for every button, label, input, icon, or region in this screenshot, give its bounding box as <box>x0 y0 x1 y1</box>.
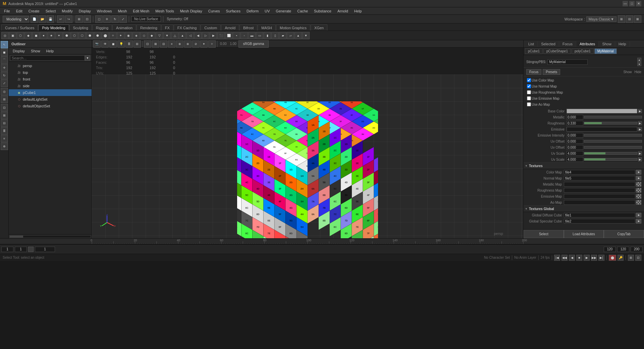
vp-btn-i[interactable]: ✧ <box>208 40 216 48</box>
tool-icon-30[interactable]: ▪ <box>233 32 240 39</box>
vp-btn-g[interactable]: ⊘ <box>192 40 200 48</box>
tool-icon-31[interactable]: ▫ <box>240 32 248 39</box>
tool-btn-b[interactable]: ⊠ <box>1 112 8 119</box>
tool-icon-5[interactable]: ● <box>40 32 47 39</box>
tool-icon-16[interactable]: ◉ <box>125 32 132 39</box>
viewport-canvas[interactable]: X Y Z persp <box>92 74 523 238</box>
tool-icon-20[interactable]: ▽ <box>156 32 163 39</box>
tool-icon-25[interactable]: ◀ <box>194 32 202 39</box>
frame-start-input[interactable] <box>1 247 13 252</box>
menu-item-deform[interactable]: Deform <box>244 8 261 14</box>
uv-offset2-slider[interactable] <box>584 146 642 149</box>
use-emissive-map-checkbox[interactable] <box>527 96 531 100</box>
lasso-tool[interactable]: ⌒ <box>1 56 8 64</box>
shelf-tab-arnold[interactable]: Arnold <box>221 24 239 31</box>
workspace-value[interactable]: Maya Classic▼ <box>586 16 616 22</box>
global-diffuse-input[interactable] <box>564 213 635 217</box>
frame-color-swatch[interactable] <box>28 247 34 252</box>
frame-val1[interactable] <box>35 247 55 252</box>
hscroll-track[interactable] <box>9 235 91 238</box>
tool-btn-c[interactable]: ⊟ <box>1 119 8 127</box>
ws-btn2[interactable]: ⊟ <box>626 15 633 23</box>
tool-icon-34[interactable]: ▮ <box>264 32 271 39</box>
copy-tab-button[interactable]: CopyTab <box>604 230 644 238</box>
workspace-dropdown[interactable]: Modeling <box>3 16 29 22</box>
vp-btn-h[interactable]: ✦ <box>200 40 208 48</box>
tb-rotate[interactable]: ↻ <box>111 15 119 23</box>
stingray-arrow-down[interactable]: ▼ <box>637 62 641 66</box>
tool-btn-d[interactable]: ≣ <box>1 127 8 135</box>
roughness-map-input[interactable] <box>564 188 635 193</box>
shelf-tab-fx-caching[interactable]: FX Caching <box>174 24 200 31</box>
tool-icon-33[interactable]: ▭ <box>256 32 263 39</box>
normal-map-input[interactable] <box>564 176 635 181</box>
tool-icon-1[interactable]: ▣ <box>9 32 16 39</box>
tool-icon-8[interactable]: ⬟ <box>63 32 70 39</box>
playback-btn-start[interactable]: |◀ <box>554 255 560 261</box>
focus-button[interactable]: Focus <box>526 69 541 75</box>
menu-item-mesh-display[interactable]: Mesh Display <box>177 8 205 14</box>
tool-icon-3[interactable]: ◆ <box>24 32 32 39</box>
tb-move[interactable]: ✛ <box>103 15 111 23</box>
emissive-intensity-slider[interactable] <box>584 134 642 137</box>
color-map-input[interactable] <box>564 170 635 174</box>
tb-redo[interactable]: ↪ <box>65 15 72 23</box>
shelf-tab-sculpting[interactable]: Sculpting <box>69 24 92 31</box>
base-color-swatch[interactable] <box>567 109 637 113</box>
menu-item-select[interactable]: Select <box>43 8 59 14</box>
menu-item-surfaces[interactable]: Surfaces <box>223 8 243 14</box>
frame-end-val2[interactable] <box>617 247 629 252</box>
load-attributes-button[interactable]: Load Attributes <box>564 230 604 238</box>
vp-btn-show[interactable]: ≣ <box>125 40 133 48</box>
global-diffuse-btn[interactable]: ▶ <box>636 213 641 217</box>
tool-icon-32[interactable]: ▬ <box>248 32 256 39</box>
vp-btn-c[interactable]: ⊟ <box>160 40 167 48</box>
tab-selected[interactable]: Selected <box>538 41 559 47</box>
menu-item-edit[interactable]: Edit <box>13 8 25 14</box>
vp-btn-shading[interactable]: ◼ <box>109 40 117 48</box>
frame-end-val[interactable] <box>604 247 616 252</box>
tool-icon-23[interactable]: ▲ <box>179 32 186 39</box>
roughness-input[interactable] <box>567 121 583 126</box>
uv-scale1-expand[interactable]: ▶ <box>638 151 642 155</box>
roughness-slider[interactable] <box>584 122 637 124</box>
node-tab-pcubeshape1[interactable]: pCubeShape1 <box>543 48 571 54</box>
ao-map-input[interactable] <box>564 200 635 205</box>
uv-offset1-slider[interactable] <box>584 140 642 143</box>
base-color-expand[interactable]: ▶ <box>638 109 642 113</box>
vp-btn-f[interactable]: ⊗ <box>184 40 192 48</box>
menu-item-edit-mesh[interactable]: Edit Mesh <box>130 8 152 14</box>
tab-show[interactable]: Show <box>599 41 615 47</box>
outliner-item-top[interactable]: 🎥 top <box>9 69 92 76</box>
emissive-expand[interactable]: ▶ <box>638 127 642 131</box>
tool-icon-27[interactable]: ▶ <box>210 32 217 39</box>
normal-map-btn[interactable]: ▶ <box>636 176 641 181</box>
uv-offset2-input[interactable] <box>567 145 583 150</box>
menu-item-mesh[interactable]: Mesh <box>115 8 129 14</box>
metallic-input[interactable] <box>567 115 583 119</box>
vp-btn-e[interactable]: ⊕ <box>176 40 183 48</box>
tool-icon-38[interactable]: ▲ <box>294 32 302 39</box>
tool-btn-a[interactable]: ⊞ <box>1 96 8 103</box>
menu-item-arnold[interactable]: Arnold <box>335 8 351 14</box>
tool-icon-17[interactable]: ◈ <box>132 32 140 39</box>
tool-icon-13[interactable]: ⬤ <box>102 32 109 39</box>
outliner-help-menu[interactable]: Help <box>44 48 57 54</box>
metallic-map-input[interactable] <box>564 182 635 187</box>
close-btn[interactable]: ✕ <box>636 1 641 6</box>
playback-btn-end[interactable]: ▶| <box>598 255 604 261</box>
tool-icon-39[interactable]: ▼ <box>302 32 310 39</box>
tool-icon-35[interactable]: ▯ <box>271 32 279 39</box>
move-tool[interactable]: ✛ <box>1 64 8 71</box>
render-tool[interactable]: ⊡ <box>1 104 8 111</box>
uv-scale2-input[interactable] <box>567 157 583 162</box>
shelf-tab-custom[interactable]: Custom <box>201 24 221 31</box>
shelf-tab-motion-graphics[interactable]: Motion Graphics <box>276 24 310 31</box>
tool-icon-36[interactable]: ▰ <box>279 32 286 39</box>
global-specular-input[interactable] <box>564 219 635 223</box>
auto-key-btn[interactable]: ⬤ <box>609 255 616 261</box>
node-tab-polycube1[interactable]: polyCube1 <box>572 48 594 54</box>
outliner-item-front[interactable]: 🎥 front <box>9 76 92 83</box>
tb-snap2[interactable]: ⊡ <box>84 15 91 23</box>
shelf-tab-xgen[interactable]: XGen <box>311 24 327 31</box>
